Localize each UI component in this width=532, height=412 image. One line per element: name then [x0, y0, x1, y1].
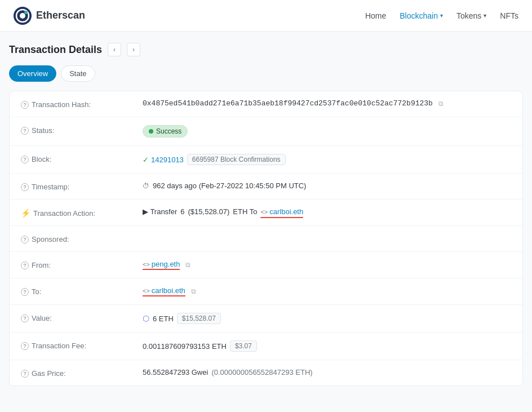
from-label: ? From:	[21, 260, 134, 269]
hash-value: 0x4875ed541b0add271e6a71b35aeb18f99427cd…	[143, 99, 511, 108]
fee-content: 0.001187609793153 ETH $3.07	[143, 340, 511, 352]
nav-nfts[interactable]: NFTs	[500, 11, 518, 20]
lightning-icon: ⚡	[21, 209, 30, 218]
hash-info-icon: ?	[21, 101, 29, 109]
action-value: ▶ Transfer 6 ($15,528.07) ETH To <> carl…	[143, 207, 511, 216]
block-check-icon: ✓	[143, 156, 149, 164]
next-button[interactable]: ›	[127, 43, 140, 56]
etherscan-logo	[14, 7, 32, 25]
hash-copy-icon[interactable]: ⧉	[438, 100, 444, 108]
eth-icon: ⬡	[143, 314, 149, 323]
row-to: ? To: <> carlboi.eth ⧉	[10, 278, 522, 305]
hash-label: ? Transaction Hash:	[21, 99, 134, 109]
action-amount: 6	[180, 207, 184, 216]
page-wrapper: Transaction Details ‹ › Overview State ?…	[0, 32, 532, 397]
blockchain-arrow-icon: ▾	[440, 12, 443, 19]
success-dot	[149, 129, 153, 134]
transaction-card: ? Transaction Hash: 0x4875ed541b0add271e…	[9, 91, 523, 386]
from-value: <> peng.eth ⧉	[143, 260, 511, 270]
action-recipient-link[interactable]: <> carlboi.eth	[260, 207, 303, 216]
to-value: <> carlboi.eth ⧉	[143, 286, 511, 296]
to-copy-icon[interactable]: ⧉	[191, 287, 196, 295]
block-info-icon: ?	[21, 156, 29, 163]
timestamp-label: ? Timestamp:	[21, 181, 134, 191]
row-block: ? Block: ✓ 14291013 6695987 Block Confir…	[10, 146, 522, 174]
value-label: ? Value:	[21, 313, 134, 322]
action-label: ⚡ Transaction Action:	[21, 207, 134, 218]
sponsored-label: ? Sponsored:	[21, 234, 134, 243]
nav-menu: Home Blockchain ▾ Tokens ▾ NFTs	[365, 11, 518, 20]
gas-label: ? Gas Price:	[21, 368, 134, 378]
status-label: ? Status:	[21, 125, 134, 135]
block-confirmations-badge: 6695987 Block Confirmations	[187, 154, 286, 165]
row-sponsored: ? Sponsored:	[10, 226, 522, 252]
row-action: ⚡ Transaction Action: ▶ Transfer 6 ($15,…	[10, 200, 522, 226]
tab-state[interactable]: State	[61, 65, 95, 82]
tabs-row: Overview State	[9, 65, 523, 82]
row-fee: ? Transaction Fee: 0.001187609793153 ETH…	[10, 333, 522, 360]
navbar: Etherscan Home Blockchain ▾ Tokens ▾ NFT…	[0, 0, 532, 32]
timestamp-info-icon: ?	[21, 183, 29, 191]
action-usd: ($15,528.07)	[188, 207, 230, 216]
status-info-icon: ?	[21, 127, 29, 135]
from-code-icon: <>	[143, 261, 150, 268]
value-usd-badge: $15,528.07	[177, 313, 221, 324]
hash-text: 0x4875ed541b0add271e6a71b35aeb18f99427cd…	[143, 99, 433, 108]
gas-info-icon: ?	[21, 370, 29, 378]
status-badge: Success	[143, 125, 188, 138]
row-status: ? Status: Success	[10, 117, 522, 146]
status-value: Success	[143, 125, 511, 138]
nav-blockchain[interactable]: Blockchain ▾	[400, 11, 443, 20]
timestamp-value: ⏱ 962 days ago (Feb-27-2022 10:45:50 PM …	[143, 181, 511, 190]
row-hash: ? Transaction Hash: 0x4875ed541b0add271e…	[10, 91, 522, 117]
clock-icon: ⏱	[143, 182, 149, 190]
block-number-link[interactable]: ✓ 14291013	[143, 156, 184, 164]
svg-point-3	[24, 11, 28, 14]
value-content: ⬡ 6 ETH $15,528.07	[143, 313, 511, 324]
tab-overview[interactable]: Overview	[9, 65, 56, 82]
from-info-icon: ?	[21, 262, 29, 269]
from-copy-icon[interactable]: ⧉	[185, 261, 190, 269]
value-eth: 6 ETH	[153, 314, 174, 323]
brand-name: Etherscan	[36, 10, 85, 21]
value-info-icon: ?	[21, 314, 29, 322]
fee-usd-badge: $3.07	[230, 340, 257, 352]
action-currency: ETH To	[233, 207, 257, 216]
row-gas: ? Gas Price: 56.552847293 Gwei (0.000000…	[10, 360, 522, 386]
nav-home[interactable]: Home	[365, 11, 386, 20]
to-label: ? To:	[21, 286, 134, 296]
fee-info-icon: ?	[21, 342, 29, 350]
prev-button[interactable]: ‹	[108, 43, 121, 56]
gas-eth: (0.000000056552847293 ETH)	[211, 368, 312, 376]
to-address-link[interactable]: <> carlboi.eth	[143, 286, 185, 296]
from-address-link[interactable]: <> peng.eth	[143, 260, 180, 270]
to-info-icon: ?	[21, 288, 29, 296]
page-title-row: Transaction Details ‹ ›	[9, 43, 523, 56]
row-timestamp: ? Timestamp: ⏱ 962 days ago (Feb-27-2022…	[10, 174, 522, 200]
recipient-code-icon: <>	[260, 209, 268, 215]
gas-content: 56.552847293 Gwei (0.000000056552847293 …	[143, 368, 511, 376]
brand[interactable]: Etherscan	[14, 7, 85, 25]
block-value: ✓ 14291013 6695987 Block Confirmations	[143, 154, 511, 165]
fee-eth: 0.001187609793153 ETH	[143, 342, 227, 351]
fee-label: ? Transaction Fee:	[21, 340, 134, 350]
row-value: ? Value: ⬡ 6 ETH $15,528.07	[10, 305, 522, 333]
row-from: ? From: <> peng.eth ⧉	[10, 252, 522, 278]
block-label: ? Block:	[21, 154, 134, 163]
action-prefix: ▶ Transfer	[143, 207, 177, 216]
sponsored-info-icon: ?	[21, 236, 29, 243]
tokens-arrow-icon: ▾	[484, 12, 486, 19]
nav-tokens[interactable]: Tokens ▾	[456, 11, 486, 20]
page-title: Transaction Details	[9, 44, 102, 56]
svg-point-2	[20, 13, 25, 19]
gas-gwei: 56.552847293 Gwei	[143, 368, 208, 376]
to-code-icon: <>	[143, 287, 150, 294]
